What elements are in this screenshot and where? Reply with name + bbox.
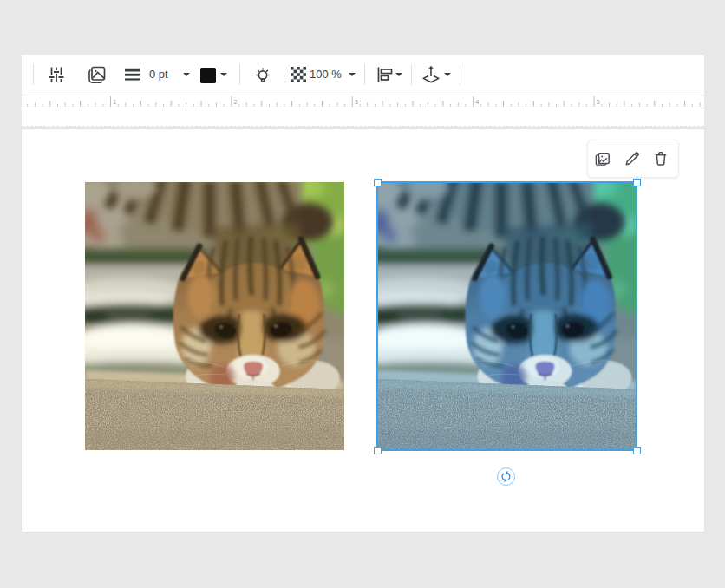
svg-text:2: 2 xyxy=(233,98,237,106)
svg-text:3: 3 xyxy=(355,98,358,106)
svg-text:5: 5 xyxy=(597,98,600,106)
svg-text:4: 4 xyxy=(475,98,479,106)
svg-text:1: 1 xyxy=(113,98,116,106)
